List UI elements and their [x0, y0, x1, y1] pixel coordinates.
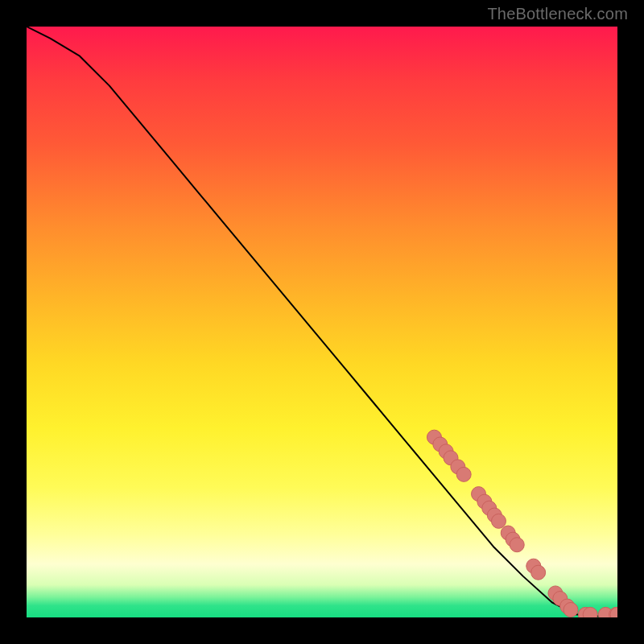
curve-group	[27, 27, 617, 617]
bottleneck-curve	[27, 27, 617, 617]
marker-point	[510, 538, 524, 552]
chart-frame: TheBottleneck.com	[0, 0, 644, 644]
marker-point	[531, 565, 546, 580]
marker-point	[456, 467, 471, 481]
watermark-text: TheBottleneck.com	[487, 5, 628, 23]
highlighted-markers	[427, 430, 617, 617]
marker-point	[583, 607, 597, 617]
marker-point	[491, 514, 506, 528]
marker-point	[564, 602, 578, 617]
chart-svg-layer	[27, 27, 617, 617]
